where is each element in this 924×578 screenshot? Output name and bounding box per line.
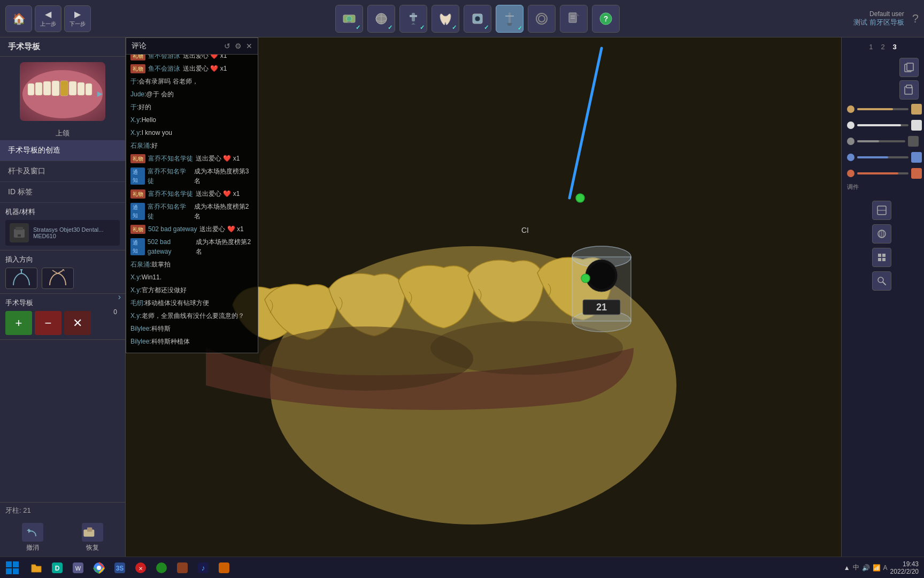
svg-rect-91 (219, 562, 229, 573)
tool-scan[interactable] (335, 5, 363, 33)
view-button-3[interactable] (872, 248, 891, 267)
taskbar: D W 3S ✕ (0, 557, 924, 578)
slider-2-track[interactable] (857, 124, 908, 126)
taskbar-app-music[interactable]: ♪ (194, 558, 213, 577)
machine-icon (10, 223, 29, 242)
comment-item: 于:会有录屏吗 谷老师， (130, 77, 253, 86)
forward-button[interactable]: ▶ 下一步 (64, 5, 91, 32)
comment-text: Bilylee:科特斯 (130, 325, 171, 332)
tool-export[interactable] (560, 5, 588, 33)
slider-1-track[interactable] (857, 108, 908, 110)
settings-icon[interactable]: ⚙ (235, 42, 242, 50)
step-3[interactable]: 3 (893, 43, 897, 51)
paste-button[interactable] (899, 80, 919, 100)
svg-point-55 (576, 194, 584, 202)
slider-3-track[interactable] (857, 140, 905, 142)
view-button-2[interactable] (872, 224, 891, 244)
svg-text:?: ? (604, 14, 609, 23)
volume-icon[interactable]: 🔊 (862, 564, 870, 572)
tool-guide[interactable] (464, 5, 491, 33)
input-icon[interactable]: A (883, 564, 888, 572)
svg-rect-59 (907, 63, 913, 71)
tool-model[interactable] (367, 5, 395, 33)
svg-text:D: D (55, 565, 60, 572)
slider-4-track[interactable] (857, 156, 908, 158)
machine-item[interactable]: Stratasys Objet30 Dental... MED610 › (5, 220, 120, 246)
user-info: Default user 测试 前牙区导板 (853, 10, 904, 27)
comment-item: 石泉涌:鼓掌拍 (130, 260, 253, 269)
nav-guide-creation[interactable]: 手术导板的创造 (0, 140, 125, 161)
chevron-up-icon[interactable]: ▲ (844, 564, 850, 572)
undo-button[interactable]: 撤消 (22, 523, 43, 552)
taskbar-app-chrome[interactable] (89, 558, 109, 577)
svg-rect-42 (87, 528, 92, 532)
redo-button[interactable]: 恢复 (82, 523, 103, 552)
comment-item: 通知 502 bad gateway 成为本场热度榜第2名 (130, 237, 253, 256)
slider-5-fill (857, 172, 898, 174)
step-1[interactable]: 1 (869, 43, 873, 51)
refresh-icon[interactable]: ↺ (224, 42, 230, 50)
taskbar-app-green[interactable] (152, 558, 171, 577)
direction-frontal[interactable] (5, 268, 37, 289)
remove-guide-button[interactable]: − (35, 311, 61, 335)
comment-username: 鱼不会游泳 (148, 55, 180, 60)
step-tabs: 1 2 3 (869, 43, 897, 51)
svg-text:21: 21 (596, 302, 607, 313)
slider-5-thumb (847, 170, 854, 177)
comment-item: 通知 富乔不知名学徒 成为本场热度榜第2名 (130, 202, 253, 221)
direction-angled[interactable] (42, 268, 74, 289)
svg-text:CI: CI (521, 226, 529, 234)
copy-button[interactable] (899, 58, 919, 77)
slider-2-end (911, 120, 922, 131)
comment-text: X.y:Win11. (130, 273, 161, 281)
taskbar-app-app3[interactable]: W (68, 558, 88, 577)
nav-clasp-window[interactable]: 杆卡及窗口 (0, 161, 125, 182)
svg-point-14 (538, 16, 545, 22)
taskbar-app-app5[interactable]: 3S (110, 558, 129, 577)
toolbar-user: Default user 测试 前牙区导板 ? (853, 10, 919, 27)
comment-content: 送出爱心 ❤️ x1 (183, 55, 227, 60)
svg-rect-29 (86, 83, 92, 95)
svg-rect-70 (882, 258, 886, 261)
slider-2 (847, 120, 922, 131)
comment-item: 礼物鱼不会游泳 送出爱心 ❤️ x1 (130, 55, 253, 60)
svg-text:3S: 3S (116, 565, 124, 572)
close-icon[interactable]: ✕ (246, 42, 252, 50)
step-2[interactable]: 2 (881, 43, 884, 51)
svg-text:W: W (75, 565, 81, 572)
back-button[interactable]: ◀ 上一步 (35, 5, 61, 32)
svg-marker-7 (411, 22, 415, 25)
comment-username: Bilylee (130, 338, 149, 345)
comment-text: X.y:I know you (130, 129, 172, 136)
network-icon[interactable]: 📶 (873, 564, 881, 572)
undo-icon (22, 523, 43, 542)
slider-5-track[interactable] (857, 172, 908, 174)
tool-tooth[interactable] (432, 5, 459, 33)
tool-drill[interactable] (399, 5, 427, 33)
add-guide-button[interactable]: + (5, 311, 32, 335)
home-button[interactable]: 🏠 (5, 5, 32, 32)
taskbar-app-orange[interactable] (214, 558, 234, 577)
taskbar-app-dental2[interactable] (173, 558, 192, 577)
slider-2-fill (857, 124, 901, 126)
date-display: 2022/2/20 (890, 568, 919, 575)
lang-icon[interactable]: 中 (853, 563, 859, 572)
taskbar-app-dentaface[interactable]: D (48, 558, 67, 577)
tool-sleeve[interactable] (528, 5, 556, 33)
view-button-1[interactable] (872, 201, 891, 220)
cancel-guide-button[interactable]: ✕ (64, 311, 91, 335)
guide-count: 0 (113, 308, 117, 316)
taskbar-sys-icons: ▲ 中 🔊 📶 A (844, 563, 888, 572)
tool-report[interactable]: ? (592, 5, 620, 33)
comment-item: X.y:Win11. (130, 272, 253, 282)
tool-implant[interactable]: ✓ (496, 5, 523, 33)
nav-id-label[interactable]: ID 标签 (0, 182, 125, 203)
search-button[interactable] (872, 271, 891, 291)
start-button[interactable] (0, 557, 24, 579)
project-name: 测试 前牙区导板 (853, 18, 904, 27)
taskbar-app-red[interactable]: ✕ (131, 558, 150, 577)
taskbar-app-files[interactable] (27, 558, 46, 577)
help-button[interactable]: ? (912, 12, 919, 26)
svg-text:♪: ♪ (202, 564, 205, 572)
comment-content: 成为本场热度榜第2名 (196, 237, 253, 256)
